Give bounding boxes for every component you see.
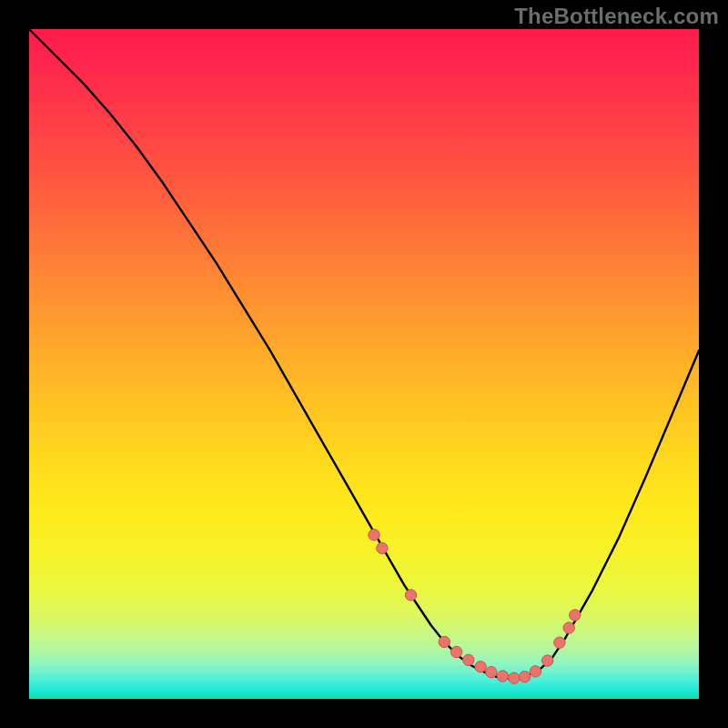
bottleneck-curve [29, 29, 699, 679]
highlight-dot [405, 590, 416, 601]
highlight-dot [554, 637, 565, 648]
highlight-dot [530, 666, 541, 677]
plot-area [29, 29, 699, 699]
highlight-dot [509, 672, 520, 683]
highlight-dot [369, 530, 379, 541]
highlight-dot [475, 662, 486, 672]
outer-frame: TheBottleneck.com [0, 0, 728, 728]
highlight-dot [439, 636, 450, 647]
highlight-dot [486, 666, 497, 677]
highlight-dot [497, 671, 508, 682]
highlight-dot [377, 542, 388, 553]
highlight-dots [369, 530, 581, 684]
highlight-dot [570, 610, 581, 621]
watermark-text: TheBottleneck.com [514, 4, 719, 29]
highlight-dot [563, 622, 574, 633]
highlight-dot [519, 672, 530, 682]
highlight-dot [463, 654, 474, 665]
highlight-dot [450, 646, 461, 657]
chart-svg [29, 29, 699, 699]
highlight-dot [542, 655, 553, 666]
